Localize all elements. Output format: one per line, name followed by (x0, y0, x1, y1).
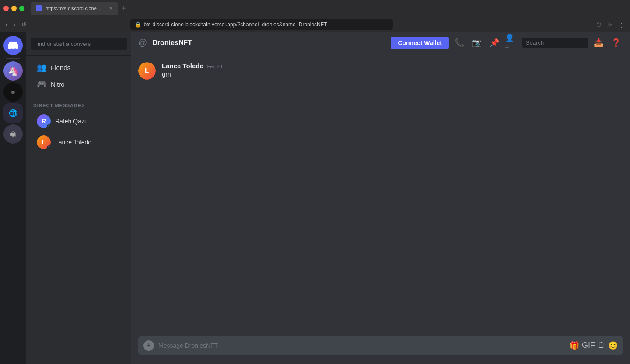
window-controls (4, 6, 24, 11)
messages-area: L Lance Toledo Feb 23 gm (131, 53, 630, 336)
channel-name: DroniesNFT (152, 39, 192, 47)
find-conversation-placeholder: Find or start a convers (34, 41, 91, 47)
dm-section-header: DIRECT MESSAGES (26, 96, 131, 111)
browser-tab[interactable]: https://bts-discord-clone-bloc... × (31, 2, 118, 15)
bookmark-button[interactable]: ☆ (605, 19, 615, 30)
video-button[interactable]: 📷 (470, 36, 484, 50)
connect-wallet-button[interactable]: Connect Wallet (391, 37, 449, 49)
add-member-button[interactable]: 👤+ (505, 36, 519, 50)
dm-user-rafeh[interactable]: R Rafeh Qazi (30, 111, 128, 132)
nitro-label: Nitro (51, 80, 65, 88)
message-text: gm (162, 70, 222, 78)
dm-username-lance: Lance Toledo (55, 139, 91, 146)
gif-icon[interactable]: GIF (582, 341, 595, 350)
status-dot-rafeh (47, 124, 51, 128)
chat-search-box[interactable]: Search (522, 38, 588, 48)
server-icon-gray2[interactable]: ◉ (4, 124, 23, 144)
forward-button[interactable]: › (12, 19, 18, 30)
app-container: 🦄 ● 🌐 ◉ Find or start a convers 👥 Fiends… (0, 32, 630, 364)
message-header: Lance Toledo Feb 23 (162, 62, 222, 70)
input-actions: 🎁 GIF 🗒 😊 (570, 341, 618, 350)
find-conversation-input[interactable]: Find or start a convers (31, 38, 127, 50)
sticker-icon[interactable]: 🗒 (598, 341, 606, 350)
extensions-button[interactable]: ⬡ (593, 19, 604, 30)
server-divider (6, 58, 20, 59)
emoji-icon[interactable]: 😊 (608, 341, 618, 350)
tab-favicon (36, 5, 42, 11)
browser-actions: ⬡ ☆ ⋮ (593, 19, 626, 30)
chat-input-area: + Message DroniesNFT 🎁 GIF 🗒 😊 (131, 336, 630, 364)
server-icon-circle3[interactable]: 🌐 (4, 103, 23, 122)
maximize-button[interactable] (19, 6, 24, 11)
dm-user-lance[interactable]: L Lance Toledo (30, 132, 128, 153)
server-icon-unicorn[interactable]: 🦄 (4, 61, 23, 80)
dm-avatar-rafeh: R (37, 114, 51, 128)
header-actions: Connect Wallet 📞 📷 📌 👤+ Search 📥 ❓ (391, 36, 623, 50)
gift-icon[interactable]: 🎁 (570, 341, 579, 350)
settings-button[interactable]: ⋮ (616, 19, 626, 30)
tab-title: https://bts-discord-clone-bloc... (46, 6, 104, 11)
fiends-label: Fiends (51, 64, 70, 71)
url-text: bts-discord-clone-blockchain.vercel.app/… (144, 21, 327, 28)
sidebar-item-fiends[interactable]: 👥 Fiends (30, 59, 128, 76)
dm-avatar-lance: L (37, 135, 51, 149)
fiends-icon: 👥 (37, 63, 46, 72)
chat-input-placeholder: Message DroniesNFT (158, 342, 565, 349)
chat-header: @ DroniesNFT Connect Wallet 📞 📷 📌 👤+ Sea… (131, 32, 630, 53)
search-bar-section: Find or start a convers (26, 32, 131, 56)
chat-input-box[interactable]: + Message DroniesNFT 🎁 GIF 🗒 😊 (138, 336, 623, 355)
new-tab-button[interactable]: + (120, 4, 128, 13)
message-content: Lance Toledo Feb 23 gm (162, 62, 222, 80)
message-avatar-inner: L (138, 62, 156, 80)
message-item: L Lance Toledo Feb 23 gm (138, 60, 623, 81)
video-call-button[interactable]: 📞 (452, 36, 466, 50)
server-icon-dark2[interactable]: ● (4, 82, 23, 102)
back-button[interactable]: ‹ (4, 19, 9, 30)
chat-area: @ DroniesNFT Connect Wallet 📞 📷 📌 👤+ Sea… (131, 32, 630, 364)
channel-at-icon: @ (138, 38, 147, 48)
tab-close-button[interactable]: × (109, 5, 113, 12)
pin-button[interactable]: 📌 (487, 36, 501, 50)
chat-search-placeholder: Search (526, 39, 544, 46)
help-button[interactable]: ❓ (609, 36, 623, 50)
discord-home-icon[interactable] (4, 36, 23, 55)
message-avatar: L (138, 62, 156, 80)
inbox-button[interactable]: 📥 (592, 36, 606, 50)
sidebar-menu: 👥 Fiends 🎮 Nitro (26, 56, 131, 96)
server-list: 🦄 ● 🌐 ◉ (0, 32, 26, 364)
refresh-button[interactable]: ↺ (20, 19, 28, 30)
header-divider (199, 38, 200, 47)
nitro-icon: 🎮 (37, 79, 46, 89)
sidebar-item-nitro[interactable]: 🎮 Nitro (30, 76, 128, 92)
minimize-button[interactable] (11, 6, 17, 11)
dm-username-rafeh: Rafeh Qazi (55, 118, 86, 125)
dm-sidebar: Find or start a convers 👥 Fiends 🎮 Nitro… (26, 32, 131, 364)
address-bar: ‹ › ↺ 🔒 bts-discord-clone-blockchain.ver… (0, 17, 630, 32)
message-timestamp: Feb 23 (207, 64, 222, 69)
browser-chrome: https://bts-discord-clone-bloc... × + ‹ … (0, 0, 630, 32)
status-dot-lance (47, 145, 51, 149)
url-bar[interactable]: 🔒 bts-discord-clone-blockchain.vercel.ap… (130, 19, 393, 30)
tab-bar: https://bts-discord-clone-bloc... × + (0, 0, 630, 17)
add-attachment-button[interactable]: + (144, 340, 154, 351)
close-button[interactable] (4, 6, 9, 11)
message-author: Lance Toledo (162, 62, 204, 70)
